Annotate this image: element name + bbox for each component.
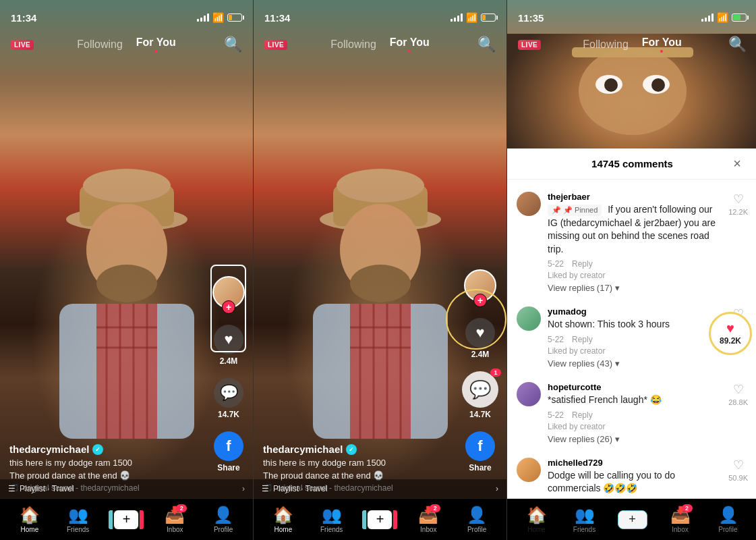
tab-foryou-3[interactable]: For You bbox=[642, 36, 682, 53]
like-btn-comment-4[interactable]: ♡ 50.9K bbox=[728, 458, 748, 482]
inbox-label-1: Inbox bbox=[167, 526, 183, 533]
reply-btn-1[interactable]: Reply bbox=[572, 259, 593, 269]
nav-friends-1[interactable]: 👥 Friends bbox=[59, 506, 96, 533]
create-button-3[interactable]: + bbox=[618, 510, 647, 529]
nav-tabs-1: Following For You bbox=[77, 36, 176, 53]
share-label-1: Share bbox=[217, 463, 239, 473]
friends-icon-1: 👥 bbox=[68, 506, 88, 524]
like-count-1: 2.4M bbox=[220, 356, 238, 366]
nav-create-1[interactable]: + bbox=[108, 510, 145, 529]
tab-foryou-2[interactable]: For You bbox=[390, 36, 430, 53]
inbox-label-2: Inbox bbox=[420, 526, 436, 533]
creator-avatar-2[interactable]: + bbox=[464, 269, 496, 302]
live-badge-1[interactable]: LIVE bbox=[11, 40, 34, 50]
comment-count-2: 14.7K bbox=[469, 410, 491, 419]
nav-home-1[interactable]: 🏠 Home bbox=[11, 506, 48, 533]
tab-following-1[interactable]: Following bbox=[77, 38, 123, 51]
nav-create-3[interactable]: + bbox=[614, 510, 651, 529]
heart-icon-comment-3: ♡ bbox=[733, 382, 744, 397]
svg-point-26 bbox=[579, 47, 687, 135]
comment-action-1[interactable]: 💬 14.7K bbox=[214, 378, 243, 419]
svg-point-30 bbox=[651, 78, 665, 92]
comment-item-1: thejerbaer 📌 📌 Pinned If you aren't foll… bbox=[507, 185, 756, 300]
home-label-1: Home bbox=[21, 526, 39, 533]
share-action-1[interactable]: f Share bbox=[214, 431, 243, 473]
reply-btn-3[interactable]: Reply bbox=[572, 410, 593, 420]
right-sidebar-2: + ♥ 2.4M 💬 1 14.7K 14.7K f Share bbox=[462, 269, 498, 473]
home-icon-1: 🏠 bbox=[20, 506, 40, 524]
view-replies-3[interactable]: View replies (26) ▾ bbox=[548, 434, 722, 444]
like-btn-comment-3[interactable]: ♡ 28.8K bbox=[728, 382, 748, 406]
like-count-comment-3: 28.8K bbox=[728, 398, 748, 406]
liked-creator-2: Liked by creator bbox=[548, 346, 722, 356]
nav-friends-3[interactable]: 👥 Friends bbox=[566, 506, 603, 533]
home-icon-2: 🏠 bbox=[273, 506, 293, 524]
search-icon-2[interactable]: 🔍 bbox=[477, 36, 496, 53]
view-replies-1[interactable]: View replies (17) ▾ bbox=[548, 283, 722, 293]
profile-icon-3: 👤 bbox=[718, 506, 738, 524]
playlist-strip-1[interactable]: ☰ Playlist · Travel › bbox=[0, 479, 253, 498]
top-nav-1: LIVE Following For You 🔍 bbox=[0, 30, 253, 59]
comment-username-4: michelled729 bbox=[548, 458, 722, 468]
phone-panel-2: 11:34 📶 LIVE Following For You 🔍 + bbox=[254, 0, 506, 540]
heart-icon-2: ♥ bbox=[465, 318, 495, 348]
search-icon-3[interactable]: 🔍 bbox=[728, 36, 747, 53]
bottom-nav-3: 🏠 Home 👥 Friends + 📥 2 Inbox 👤 bbox=[507, 498, 756, 540]
share-action-2[interactable]: f Share bbox=[465, 431, 495, 473]
share-facebook-2: f bbox=[465, 431, 495, 461]
username-2[interactable]: thedarcymichael ✓ bbox=[263, 443, 459, 455]
time-3: 11:35 bbox=[518, 12, 544, 24]
profile-label-1: Profile bbox=[214, 526, 233, 533]
comment-item-3: hopeturcotte *satisfied French laugh* 😂 … bbox=[507, 375, 756, 451]
close-button-3[interactable]: × bbox=[728, 155, 747, 173]
nav-profile-2[interactable]: 👤 Profile bbox=[459, 506, 496, 533]
tab-following-2[interactable]: Following bbox=[330, 38, 376, 51]
wifi-icon-2: 📶 bbox=[466, 12, 477, 23]
liked-creator-3: Liked by creator bbox=[548, 422, 722, 431]
like-action-2[interactable]: ♥ 2.4M bbox=[465, 318, 495, 359]
friends-icon-2: 👥 bbox=[322, 506, 342, 524]
wifi-icon-1: 📶 bbox=[212, 12, 224, 23]
playlist-icon-1: ☰ bbox=[8, 484, 16, 493]
nav-inbox-2[interactable]: 📥 2 Inbox bbox=[410, 506, 447, 533]
reply-btn-2[interactable]: Reply bbox=[572, 335, 593, 344]
nav-create-2[interactable]: + bbox=[361, 510, 399, 529]
status-bar-3: 11:35 📶 bbox=[507, 0, 756, 30]
username-1[interactable]: thedarcymichael ✓ bbox=[9, 443, 206, 455]
friends-label-2: Friends bbox=[320, 526, 343, 533]
live-badge-3[interactable]: LIVE bbox=[518, 40, 541, 50]
nav-inbox-3[interactable]: 📥 2 Inbox bbox=[662, 506, 699, 533]
nav-home-2[interactable]: 🏠 Home bbox=[264, 506, 301, 533]
create-button-2[interactable]: + bbox=[365, 510, 395, 529]
comment-action-2[interactable]: 💬 1 14.7K bbox=[462, 371, 498, 419]
like-count-comment-4: 50.9K bbox=[728, 474, 748, 482]
live-badge-2[interactable]: LIVE bbox=[264, 40, 287, 50]
comment-date-2: 5-22 bbox=[548, 335, 564, 344]
nav-profile-3[interactable]: 👤 Profile bbox=[709, 506, 747, 533]
caption-2: this here is my dodge ram 1500 bbox=[263, 458, 459, 468]
share-facebook-1: f bbox=[214, 431, 243, 461]
nav-profile-1[interactable]: 👤 Profile bbox=[205, 506, 242, 533]
view-replies-2[interactable]: View replies (43) ▾ bbox=[548, 358, 722, 369]
nav-inbox-1[interactable]: 📥 2 Inbox bbox=[156, 506, 194, 533]
nav-home-3[interactable]: 🏠 Home bbox=[518, 506, 555, 533]
comment-avatar-thejerbaer bbox=[517, 192, 541, 216]
tab-following-3[interactable]: Following bbox=[583, 38, 629, 51]
search-icon-1[interactable]: 🔍 bbox=[224, 36, 242, 53]
like-btn-comment-1[interactable]: ♡ 12.2K bbox=[728, 192, 748, 216]
follow-plus-2[interactable]: + bbox=[473, 294, 487, 307]
playlist-strip-2[interactable]: ☰ Playlist · Travel › bbox=[254, 479, 506, 498]
comment-avatar-michelled729 bbox=[517, 458, 541, 482]
tab-foryou-1[interactable]: For You bbox=[136, 36, 176, 53]
status-icons-1: 📶 bbox=[197, 12, 242, 23]
friends-icon-3: 👥 bbox=[575, 506, 595, 524]
nav-friends-2[interactable]: 👥 Friends bbox=[313, 506, 350, 533]
comment-date-3: 5-22 bbox=[548, 410, 564, 420]
svg-point-17 bbox=[350, 265, 411, 302]
comment-text-4: Dodge will be calling you to do commerci… bbox=[548, 469, 722, 495]
status-bar-1: 11:34 📶 bbox=[0, 0, 253, 30]
top-nav-2: LIVE Following For You 🔍 bbox=[254, 30, 506, 59]
comments-list-3[interactable]: thejerbaer 📌 📌 Pinned If you aren't foll… bbox=[507, 180, 756, 520]
create-button-1[interactable]: + bbox=[111, 510, 141, 529]
home-label-3: Home bbox=[527, 526, 546, 533]
